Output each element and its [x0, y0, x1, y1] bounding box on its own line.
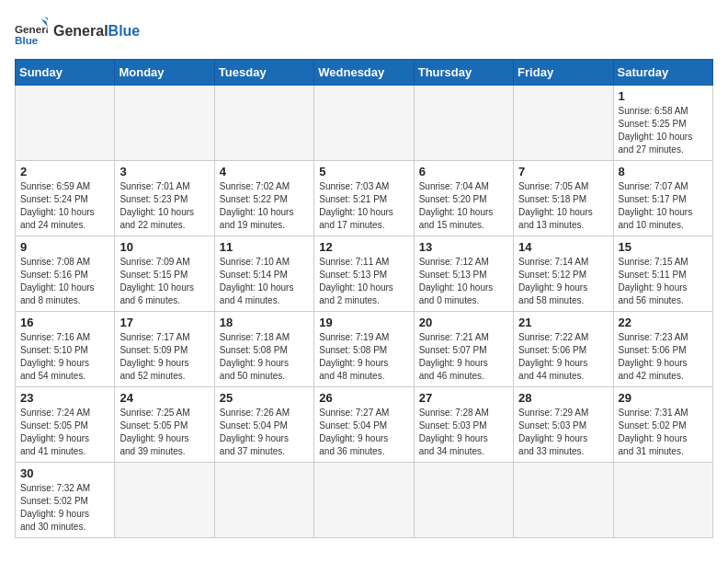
calendar-cell: 17Sunrise: 7:17 AM Sunset: 5:09 PM Dayli…: [115, 312, 214, 387]
logo: General Blue GeneralBlue: [15, 15, 140, 48]
calendar-cell: 8Sunrise: 7:07 AM Sunset: 5:17 PM Daylig…: [613, 161, 712, 236]
day-info: Sunrise: 7:22 AM Sunset: 5:06 PM Dayligh…: [518, 331, 608, 383]
calendar-cell: 2Sunrise: 6:59 AM Sunset: 5:24 PM Daylig…: [16, 161, 115, 236]
day-number: 22: [619, 316, 708, 329]
calendar-cell: 6Sunrise: 7:04 AM Sunset: 5:20 PM Daylig…: [414, 161, 513, 236]
calendar-cell: [514, 463, 613, 538]
day-number: 5: [319, 165, 408, 178]
day-info: Sunrise: 7:14 AM Sunset: 5:12 PM Dayligh…: [518, 256, 608, 307]
day-info: Sunrise: 7:32 AM Sunset: 5:02 PM Dayligh…: [20, 482, 109, 534]
calendar-cell: 29Sunrise: 7:31 AM Sunset: 5:02 PM Dayli…: [613, 387, 712, 463]
calendar-cell: 21Sunrise: 7:22 AM Sunset: 5:06 PM Dayli…: [514, 312, 613, 387]
calendar-cell: [314, 463, 414, 538]
day-number: 3: [119, 165, 209, 178]
calendar-cell: 11Sunrise: 7:10 AM Sunset: 5:14 PM Dayli…: [214, 236, 313, 312]
day-info: Sunrise: 7:09 AM Sunset: 5:15 PM Dayligh…: [119, 256, 209, 307]
calendar-cell: [314, 86, 414, 161]
weekday-header-monday: Monday: [115, 60, 214, 86]
calendar-cell: [115, 463, 214, 538]
day-number: 23: [20, 391, 109, 405]
day-number: 16: [20, 316, 109, 329]
day-number: 25: [220, 391, 309, 405]
day-info: Sunrise: 7:23 AM Sunset: 5:06 PM Dayligh…: [619, 331, 708, 383]
day-info: Sunrise: 7:01 AM Sunset: 5:23 PM Dayligh…: [119, 180, 209, 232]
calendar-cell: [613, 463, 712, 538]
day-info: Sunrise: 7:24 AM Sunset: 5:05 PM Dayligh…: [20, 407, 109, 458]
day-info: Sunrise: 7:18 AM Sunset: 5:08 PM Dayligh…: [220, 331, 309, 383]
calendar-cell: [214, 463, 313, 538]
day-info: Sunrise: 7:31 AM Sunset: 5:02 PM Dayligh…: [619, 407, 708, 458]
calendar-cell: 26Sunrise: 7:27 AM Sunset: 5:04 PM Dayli…: [314, 387, 414, 463]
calendar-cell: 1Sunrise: 6:58 AM Sunset: 5:25 PM Daylig…: [613, 86, 712, 161]
day-info: Sunrise: 7:04 AM Sunset: 5:20 PM Dayligh…: [419, 180, 508, 232]
day-info: Sunrise: 7:21 AM Sunset: 5:07 PM Dayligh…: [419, 331, 508, 383]
week-row-0: 1Sunrise: 6:58 AM Sunset: 5:25 PM Daylig…: [16, 86, 713, 161]
calendar-cell: 25Sunrise: 7:26 AM Sunset: 5:04 PM Dayli…: [214, 387, 313, 463]
weekday-header-sunday: Sunday: [16, 60, 115, 86]
day-number: 4: [220, 165, 309, 178]
calendar-cell: 13Sunrise: 7:12 AM Sunset: 5:13 PM Dayli…: [414, 236, 513, 312]
day-info: Sunrise: 7:27 AM Sunset: 5:04 PM Dayligh…: [319, 407, 408, 458]
day-number: 6: [419, 165, 508, 178]
calendar-cell: 20Sunrise: 7:21 AM Sunset: 5:07 PM Dayli…: [414, 312, 513, 387]
day-number: 26: [319, 391, 408, 405]
page-header: General Blue GeneralBlue: [15, 15, 713, 48]
calendar-cell: 5Sunrise: 7:03 AM Sunset: 5:21 PM Daylig…: [314, 161, 414, 236]
calendar-cell: 16Sunrise: 7:16 AM Sunset: 5:10 PM Dayli…: [16, 312, 115, 387]
day-info: Sunrise: 7:02 AM Sunset: 5:22 PM Dayligh…: [220, 180, 309, 232]
day-number: 24: [119, 391, 209, 405]
day-number: 7: [518, 165, 608, 178]
week-row-2: 9Sunrise: 7:08 AM Sunset: 5:16 PM Daylig…: [16, 236, 713, 312]
day-info: Sunrise: 6:59 AM Sunset: 5:24 PM Dayligh…: [20, 180, 109, 232]
day-number: 20: [419, 316, 508, 329]
day-info: Sunrise: 7:07 AM Sunset: 5:17 PM Dayligh…: [619, 180, 708, 232]
day-number: 17: [119, 316, 209, 329]
week-row-1: 2Sunrise: 6:59 AM Sunset: 5:24 PM Daylig…: [16, 161, 713, 236]
weekday-header-friday: Friday: [514, 60, 613, 86]
day-info: Sunrise: 7:17 AM Sunset: 5:09 PM Dayligh…: [119, 331, 209, 383]
day-number: 30: [20, 466, 109, 480]
weekday-header-saturday: Saturday: [613, 60, 712, 86]
weekday-header-tuesday: Tuesday: [214, 60, 313, 86]
calendar-cell: 27Sunrise: 7:28 AM Sunset: 5:03 PM Dayli…: [414, 387, 513, 463]
day-number: 1: [619, 89, 708, 103]
day-info: Sunrise: 7:11 AM Sunset: 5:13 PM Dayligh…: [319, 256, 408, 307]
calendar-cell: 3Sunrise: 7:01 AM Sunset: 5:23 PM Daylig…: [115, 161, 214, 236]
calendar-cell: 22Sunrise: 7:23 AM Sunset: 5:06 PM Dayli…: [613, 312, 712, 387]
calendar-cell: 4Sunrise: 7:02 AM Sunset: 5:22 PM Daylig…: [214, 161, 313, 236]
day-number: 10: [119, 240, 209, 254]
calendar-cell: 9Sunrise: 7:08 AM Sunset: 5:16 PM Daylig…: [16, 236, 115, 312]
logo-text: GeneralBlue: [53, 23, 140, 40]
calendar-cell: 23Sunrise: 7:24 AM Sunset: 5:05 PM Dayli…: [16, 387, 115, 463]
day-number: 9: [20, 240, 109, 254]
calendar-cell: 24Sunrise: 7:25 AM Sunset: 5:05 PM Dayli…: [115, 387, 214, 463]
day-info: Sunrise: 7:10 AM Sunset: 5:14 PM Dayligh…: [220, 256, 309, 307]
day-info: Sunrise: 7:03 AM Sunset: 5:21 PM Dayligh…: [319, 180, 408, 232]
calendar-cell: [414, 86, 513, 161]
calendar-cell: 30Sunrise: 7:32 AM Sunset: 5:02 PM Dayli…: [16, 463, 115, 538]
day-info: Sunrise: 7:12 AM Sunset: 5:13 PM Dayligh…: [419, 256, 508, 307]
day-number: 18: [220, 316, 309, 329]
svg-text:General: General: [15, 23, 48, 35]
calendar-cell: 18Sunrise: 7:18 AM Sunset: 5:08 PM Dayli…: [214, 312, 313, 387]
svg-text:Blue: Blue: [15, 34, 39, 46]
day-number: 15: [619, 240, 708, 254]
logo-icon: General Blue: [15, 15, 48, 48]
calendar-cell: 15Sunrise: 7:15 AM Sunset: 5:11 PM Dayli…: [613, 236, 712, 312]
calendar-cell: [16, 86, 115, 161]
day-info: Sunrise: 7:19 AM Sunset: 5:08 PM Dayligh…: [319, 331, 408, 383]
day-info: Sunrise: 7:26 AM Sunset: 5:04 PM Dayligh…: [220, 407, 309, 458]
day-number: 8: [619, 165, 708, 178]
calendar-cell: 19Sunrise: 7:19 AM Sunset: 5:08 PM Dayli…: [314, 312, 414, 387]
day-number: 14: [518, 240, 608, 254]
calendar-cell: [115, 86, 214, 161]
day-info: Sunrise: 7:05 AM Sunset: 5:18 PM Dayligh…: [518, 180, 608, 232]
day-info: Sunrise: 7:28 AM Sunset: 5:03 PM Dayligh…: [419, 407, 508, 458]
day-info: Sunrise: 7:15 AM Sunset: 5:11 PM Dayligh…: [619, 256, 708, 307]
weekday-header-wednesday: Wednesday: [314, 60, 414, 86]
week-row-4: 23Sunrise: 7:24 AM Sunset: 5:05 PM Dayli…: [16, 387, 713, 463]
calendar-cell: [514, 86, 613, 161]
day-number: 29: [619, 391, 708, 405]
calendar-cell: 7Sunrise: 7:05 AM Sunset: 5:18 PM Daylig…: [514, 161, 613, 236]
calendar-cell: [214, 86, 313, 161]
